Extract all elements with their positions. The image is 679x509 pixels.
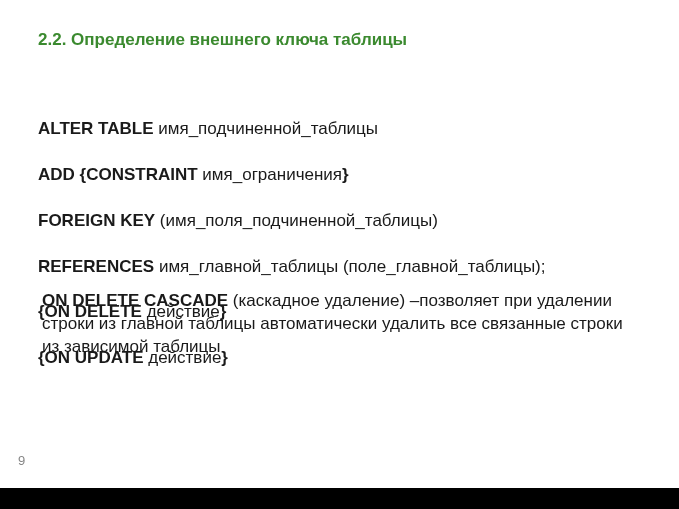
kw-add-constraint: ADD {CONSTRAINT — [38, 165, 198, 184]
slide: 2.2. Определение внешнего ключа таблицы … — [0, 0, 679, 488]
brace-close: } — [342, 165, 349, 184]
code-line-2: ADD {CONSTRAINT имя_ограничения} — [38, 164, 545, 187]
description-paragraph: ON DELETE CASCADE (каскадное удаление) –… — [42, 290, 634, 359]
code-line-3: FOREIGN KEY (имя_поля_подчиненной_таблиц… — [38, 210, 545, 233]
arg-child-table: имя_подчиненной_таблицы — [154, 119, 379, 138]
code-line-4: REFERENCES имя_главной_таблицы (поле_гла… — [38, 256, 545, 279]
kw-alter-table: ALTER TABLE — [38, 119, 154, 138]
arg-constraint-name: имя_ограничения — [198, 165, 342, 184]
page-number: 9 — [18, 453, 25, 468]
cascade-term: ON DELETE CASCADE — [42, 291, 228, 310]
slide-title: 2.2. Определение внешнего ключа таблицы — [38, 30, 407, 50]
arg-parent-table: имя_главной_таблицы (поле_главной_таблиц… — [154, 257, 545, 276]
code-line-1: ALTER TABLE имя_подчиненной_таблицы — [38, 118, 545, 141]
kw-references: REFERENCES — [38, 257, 154, 276]
arg-child-field: (имя_поля_подчиненной_таблицы) — [155, 211, 438, 230]
kw-foreign-key: FOREIGN KEY — [38, 211, 155, 230]
